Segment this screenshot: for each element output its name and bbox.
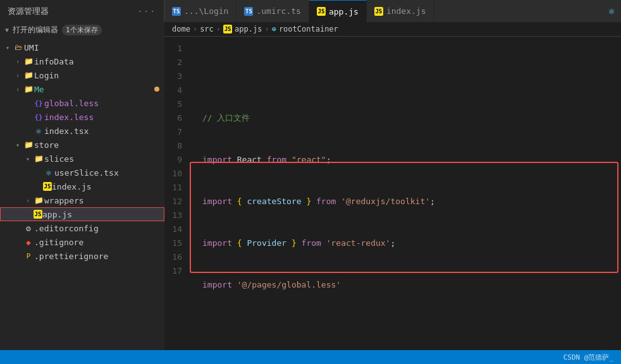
tree-Login[interactable]: › 📁 Login bbox=[0, 68, 164, 82]
function-icon: ⊕ bbox=[272, 25, 276, 33]
breadcrumb-src: src bbox=[200, 25, 214, 33]
git-icon: ◆ bbox=[23, 238, 34, 246]
explorer-label: 资源管理器 bbox=[8, 6, 49, 17]
unsaved-dot bbox=[154, 87, 159, 92]
tree-root-umi[interactable]: ▾ 🗁 UMI bbox=[0, 40, 164, 54]
tree-label: .prettierignore bbox=[34, 252, 164, 261]
tab-umirc[interactable]: TS .umirc.ts bbox=[237, 0, 309, 22]
js-icon: JS bbox=[34, 210, 42, 219]
tab-label: ...\Login bbox=[184, 6, 228, 16]
tree-index-less[interactable]: {} index.less bbox=[0, 110, 164, 124]
chevron-down-icon: ▾ bbox=[3, 44, 13, 51]
folder-icon: 🗁 bbox=[13, 43, 24, 52]
line-numbers: 12345 678910 1112131415 1617 bbox=[164, 37, 192, 350]
js-icon: JS bbox=[317, 7, 326, 16]
breadcrumb-dome: dome bbox=[172, 25, 190, 33]
status-right-text: CSDN @范德萨_ bbox=[563, 353, 613, 362]
code-content: // 入口文件 import React from "react"; impor… bbox=[192, 37, 621, 350]
folder-icon: 📁 bbox=[23, 71, 34, 80]
tree-label: Login bbox=[34, 71, 164, 80]
tree-label: slices bbox=[44, 154, 164, 164]
tree-label: index.tsx bbox=[44, 126, 164, 136]
chevron-right-icon: › bbox=[13, 72, 23, 79]
tree-label: store bbox=[34, 140, 164, 150]
tree-infoData[interactable]: › 📁 infoData bbox=[0, 54, 164, 68]
tree-label: index.less bbox=[44, 112, 164, 122]
main-area: ▼ 打开的编辑器 1个未保存 ▾ 🗁 UMI › 📁 infoData bbox=[0, 22, 621, 350]
tree-app-js[interactable]: JS app.js bbox=[0, 207, 164, 221]
folder-icon: 📁 bbox=[33, 154, 44, 163]
tree-label: global.less bbox=[44, 99, 164, 108]
js-icon: JS bbox=[374, 7, 383, 16]
tree-label: .editorconfig bbox=[34, 224, 164, 233]
folder-icon: 📁 bbox=[23, 85, 34, 94]
tree-wrappers[interactable]: › 📁 wrappers bbox=[0, 193, 164, 207]
react-icon: ⚛ bbox=[33, 126, 44, 135]
chevron-right-icon: › bbox=[23, 197, 33, 204]
less-icon: {} bbox=[33, 112, 44, 121]
tree-label: .gitignore bbox=[34, 238, 164, 247]
tree-prettierignore[interactable]: P .prettierignore bbox=[0, 249, 164, 263]
tab-label: index.js bbox=[386, 6, 426, 16]
less-icon: {} bbox=[33, 99, 44, 107]
ts-icon: TS bbox=[172, 7, 181, 16]
folder-icon: 📁 bbox=[23, 140, 34, 149]
sidebar: ▼ 打开的编辑器 1个未保存 ▾ 🗁 UMI › 📁 infoData bbox=[0, 22, 164, 350]
breadcrumb-rootContainer: rootContainer bbox=[279, 25, 338, 33]
prettier-icon: P bbox=[23, 252, 34, 260]
tree-slices[interactable]: ▾ 📁 slices bbox=[0, 152, 164, 166]
explorer-header: 资源管理器 ··· bbox=[0, 0, 164, 22]
tree-index-tsx[interactable]: ⚛ index.tsx bbox=[0, 124, 164, 138]
ts-icon: TS bbox=[244, 7, 253, 16]
tree-label: index.js bbox=[52, 182, 164, 191]
chevron-down-icon: ▾ bbox=[13, 142, 23, 149]
tab-appjs[interactable]: JS app.js bbox=[309, 0, 367, 22]
tab-label: app.js bbox=[329, 7, 359, 16]
open-editors-label: 打开的编辑器 bbox=[13, 25, 58, 35]
tree-label: UMI bbox=[24, 43, 164, 52]
js-badge-icon: JS bbox=[223, 25, 232, 33]
unsaved-badge: 1个未保存 bbox=[62, 25, 102, 35]
react-icon: ⚛ bbox=[43, 168, 54, 177]
code-area[interactable]: 12345 678910 1112131415 1617 // 入口文件 imp… bbox=[164, 37, 621, 350]
editor-area: dome › src › JS app.js › ⊕ rootContainer… bbox=[164, 22, 621, 350]
more-dots[interactable]: ··· bbox=[138, 6, 156, 16]
tree-store[interactable]: ▾ 📁 store bbox=[0, 138, 164, 152]
folder-icon: 📁 bbox=[33, 196, 44, 205]
tabs-bar: TS ...\Login TS .umirc.ts JS app.js JS i… bbox=[164, 0, 621, 22]
open-editors-bar: ▼ 打开的编辑器 1个未保存 bbox=[0, 22, 164, 38]
gear-icon: ⚙ bbox=[23, 224, 34, 233]
breadcrumb-appjs: app.js bbox=[235, 25, 262, 33]
title-bar: 资源管理器 ··· TS ...\Login TS .umirc.ts JS a… bbox=[0, 0, 621, 22]
js-icon: JS bbox=[43, 182, 52, 191]
tree-label: app.js bbox=[42, 210, 164, 219]
tree-editorconfig[interactable]: ⚙ .editorconfig bbox=[0, 221, 164, 235]
tab-indexjs[interactable]: JS index.js bbox=[367, 0, 434, 22]
file-tree: ▾ 🗁 UMI › 📁 infoData › 📁 Login › bbox=[0, 38, 164, 265]
tree-gitignore[interactable]: ◆ .gitignore bbox=[0, 235, 164, 249]
tree-slices-index-js[interactable]: JS index.js bbox=[0, 179, 164, 193]
tree-label: Me bbox=[34, 85, 154, 94]
tab-login[interactable]: TS ...\Login bbox=[164, 0, 237, 22]
tree-Me[interactable]: › 📁 Me bbox=[0, 82, 164, 96]
chevron-right-icon: › bbox=[13, 58, 23, 65]
chevron-right-icon: › bbox=[13, 86, 23, 93]
status-bar: CSDN @范德萨_ bbox=[0, 350, 621, 364]
tab-label: .umirc.ts bbox=[256, 6, 300, 16]
breadcrumb: dome › src › JS app.js › ⊕ rootContainer bbox=[164, 22, 621, 37]
folder-icon: 📁 bbox=[23, 57, 34, 66]
tree-label: wrappers bbox=[44, 196, 164, 205]
tree-label: infoData bbox=[34, 57, 164, 66]
tree-global-less[interactable]: {} global.less bbox=[0, 96, 164, 110]
tree-label: userSlice.tsx bbox=[54, 168, 164, 178]
chevron-down-icon: ▾ bbox=[23, 155, 33, 162]
tree-userSlice[interactable]: ⚛ userSlice.tsx bbox=[0, 166, 164, 179]
react-icon: ⚛ bbox=[608, 5, 615, 17]
